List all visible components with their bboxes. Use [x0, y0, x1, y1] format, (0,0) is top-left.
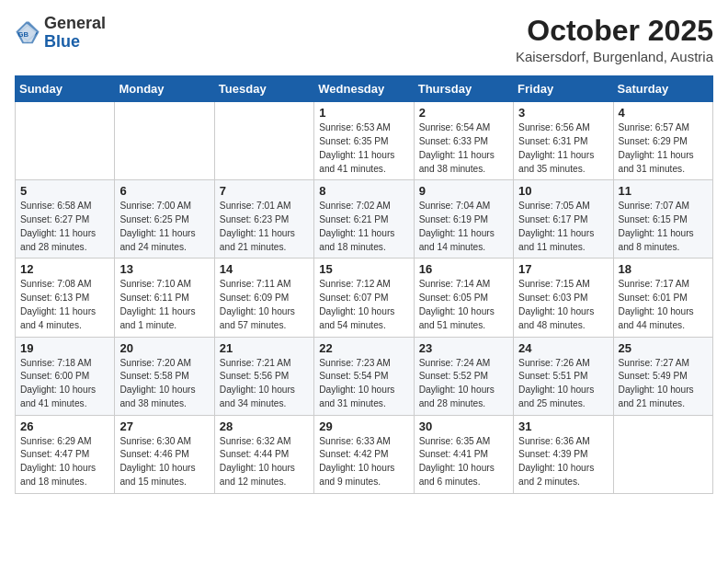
calendar-cell: 3Sunrise: 6:56 AM Sunset: 6:31 PM Daylig…	[514, 102, 613, 180]
day-info: Sunrise: 6:36 AM Sunset: 4:39 PM Dayligh…	[518, 435, 608, 489]
day-number: 5	[20, 184, 109, 198]
svg-text:GB: GB	[18, 30, 29, 39]
day-info: Sunrise: 7:17 AM Sunset: 6:01 PM Dayligh…	[619, 278, 708, 332]
calendar-cell: 1Sunrise: 6:53 AM Sunset: 6:35 PM Daylig…	[314, 102, 414, 180]
day-info: Sunrise: 7:05 AM Sunset: 6:17 PM Dayligh…	[518, 200, 608, 254]
day-number: 18	[619, 262, 708, 276]
calendar-cell: 8Sunrise: 7:02 AM Sunset: 6:21 PM Daylig…	[314, 180, 414, 259]
day-number: 21	[220, 341, 309, 355]
calendar-cell: 11Sunrise: 7:07 AM Sunset: 6:15 PM Dayli…	[613, 180, 712, 259]
day-info: Sunrise: 6:32 AM Sunset: 4:44 PM Dayligh…	[220, 435, 309, 489]
weekday-header: Monday	[115, 76, 214, 102]
logo: GB General Blue	[15, 15, 106, 52]
day-number: 19	[20, 341, 109, 355]
weekday-header: Thursday	[414, 76, 513, 102]
weekday-header: Wednesday	[314, 76, 414, 102]
day-number: 10	[518, 184, 608, 198]
day-info: Sunrise: 7:21 AM Sunset: 5:56 PM Dayligh…	[220, 357, 309, 411]
calendar-cell: 14Sunrise: 7:11 AM Sunset: 6:09 PM Dayli…	[214, 259, 313, 337]
calendar-cell: 19Sunrise: 7:18 AM Sunset: 6:00 PM Dayli…	[16, 337, 115, 415]
day-info: Sunrise: 7:24 AM Sunset: 5:52 PM Dayligh…	[419, 357, 508, 411]
calendar-cell: 15Sunrise: 7:12 AM Sunset: 6:07 PM Dayli…	[314, 259, 414, 337]
day-number: 26	[20, 419, 109, 433]
calendar-cell: 18Sunrise: 7:17 AM Sunset: 6:01 PM Dayli…	[613, 259, 712, 337]
calendar-cell	[16, 102, 115, 180]
calendar: SundayMondayTuesdayWednesdayThursdayFrid…	[15, 75, 713, 494]
day-info: Sunrise: 7:08 AM Sunset: 6:13 PM Dayligh…	[20, 278, 109, 332]
calendar-week-row: 19Sunrise: 7:18 AM Sunset: 6:00 PM Dayli…	[16, 337, 713, 415]
day-info: Sunrise: 6:57 AM Sunset: 6:29 PM Dayligh…	[619, 121, 708, 176]
day-info: Sunrise: 6:30 AM Sunset: 4:46 PM Dayligh…	[119, 435, 209, 489]
calendar-cell: 9Sunrise: 7:04 AM Sunset: 6:19 PM Daylig…	[414, 180, 513, 259]
calendar-week-row: 5Sunrise: 6:58 AM Sunset: 6:27 PM Daylig…	[16, 180, 713, 259]
day-info: Sunrise: 7:02 AM Sunset: 6:21 PM Dayligh…	[319, 200, 408, 254]
day-info: Sunrise: 7:00 AM Sunset: 6:25 PM Dayligh…	[119, 200, 209, 254]
calendar-cell: 4Sunrise: 6:57 AM Sunset: 6:29 PM Daylig…	[613, 102, 712, 180]
day-number: 1	[319, 106, 408, 120]
calendar-cell: 17Sunrise: 7:15 AM Sunset: 6:03 PM Dayli…	[514, 259, 613, 337]
day-number: 11	[619, 184, 708, 198]
calendar-cell: 12Sunrise: 7:08 AM Sunset: 6:13 PM Dayli…	[16, 259, 115, 337]
calendar-cell: 10Sunrise: 7:05 AM Sunset: 6:17 PM Dayli…	[514, 180, 613, 259]
day-info: Sunrise: 6:53 AM Sunset: 6:35 PM Dayligh…	[319, 121, 408, 176]
day-number: 12	[20, 262, 109, 276]
day-number: 9	[419, 184, 508, 198]
day-info: Sunrise: 7:26 AM Sunset: 5:51 PM Dayligh…	[518, 357, 608, 411]
calendar-cell: 2Sunrise: 6:54 AM Sunset: 6:33 PM Daylig…	[414, 102, 513, 180]
calendar-cell: 24Sunrise: 7:26 AM Sunset: 5:51 PM Dayli…	[514, 337, 613, 415]
day-number: 2	[419, 106, 508, 120]
day-number: 7	[220, 184, 309, 198]
day-info: Sunrise: 7:07 AM Sunset: 6:15 PM Dayligh…	[619, 200, 708, 254]
calendar-cell	[115, 102, 214, 180]
logo-text: General Blue	[44, 15, 106, 52]
calendar-cell: 7Sunrise: 7:01 AM Sunset: 6:23 PM Daylig…	[214, 180, 313, 259]
calendar-cell	[613, 415, 712, 493]
day-number: 22	[319, 341, 408, 355]
day-info: Sunrise: 6:54 AM Sunset: 6:33 PM Dayligh…	[419, 121, 508, 176]
day-info: Sunrise: 7:12 AM Sunset: 6:07 PM Dayligh…	[319, 278, 408, 332]
day-info: Sunrise: 7:23 AM Sunset: 5:54 PM Dayligh…	[319, 357, 408, 411]
calendar-cell: 30Sunrise: 6:35 AM Sunset: 4:41 PM Dayli…	[414, 415, 513, 493]
day-number: 27	[119, 419, 209, 433]
day-number: 6	[119, 184, 209, 198]
calendar-header-row: SundayMondayTuesdayWednesdayThursdayFrid…	[16, 76, 713, 102]
day-number: 16	[419, 262, 508, 276]
calendar-cell: 23Sunrise: 7:24 AM Sunset: 5:52 PM Dayli…	[414, 337, 513, 415]
calendar-week-row: 1Sunrise: 6:53 AM Sunset: 6:35 PM Daylig…	[16, 102, 713, 180]
day-info: Sunrise: 7:14 AM Sunset: 6:05 PM Dayligh…	[419, 278, 508, 332]
day-number: 25	[619, 341, 708, 355]
calendar-cell: 29Sunrise: 6:33 AM Sunset: 4:42 PM Dayli…	[314, 415, 414, 493]
day-number: 31	[518, 419, 608, 433]
day-number: 14	[220, 262, 309, 276]
day-number: 15	[319, 262, 408, 276]
weekday-header: Sunday	[16, 76, 115, 102]
day-info: Sunrise: 6:56 AM Sunset: 6:31 PM Dayligh…	[518, 121, 608, 176]
day-number: 13	[119, 262, 209, 276]
weekday-header: Tuesday	[214, 76, 313, 102]
title-area: October 2025 Kaisersdorf, Burgenland, Au…	[516, 15, 713, 64]
logo-general: General	[44, 14, 106, 32]
day-number: 20	[119, 341, 209, 355]
day-info: Sunrise: 6:58 AM Sunset: 6:27 PM Dayligh…	[20, 200, 109, 254]
day-number: 24	[518, 341, 608, 355]
weekday-header: Saturday	[613, 76, 712, 102]
day-info: Sunrise: 7:20 AM Sunset: 5:58 PM Dayligh…	[119, 357, 209, 411]
location-subtitle: Kaisersdorf, Burgenland, Austria	[516, 49, 713, 64]
day-info: Sunrise: 7:01 AM Sunset: 6:23 PM Dayligh…	[220, 200, 309, 254]
day-number: 4	[619, 106, 708, 120]
day-number: 30	[419, 419, 508, 433]
day-info: Sunrise: 6:29 AM Sunset: 4:47 PM Dayligh…	[20, 435, 109, 489]
day-number: 8	[319, 184, 408, 198]
day-number: 17	[518, 262, 608, 276]
day-number: 29	[319, 419, 408, 433]
day-info: Sunrise: 7:27 AM Sunset: 5:49 PM Dayligh…	[619, 357, 708, 411]
logo-icon: GB	[15, 20, 40, 46]
calendar-cell: 26Sunrise: 6:29 AM Sunset: 4:47 PM Dayli…	[16, 415, 115, 493]
weekday-header: Friday	[514, 76, 613, 102]
calendar-week-row: 12Sunrise: 7:08 AM Sunset: 6:13 PM Dayli…	[16, 259, 713, 337]
calendar-cell: 28Sunrise: 6:32 AM Sunset: 4:44 PM Dayli…	[214, 415, 313, 493]
logo-blue: Blue	[44, 32, 80, 51]
month-title: October 2025	[516, 15, 713, 47]
calendar-cell: 22Sunrise: 7:23 AM Sunset: 5:54 PM Dayli…	[314, 337, 414, 415]
calendar-week-row: 26Sunrise: 6:29 AM Sunset: 4:47 PM Dayli…	[16, 415, 713, 493]
